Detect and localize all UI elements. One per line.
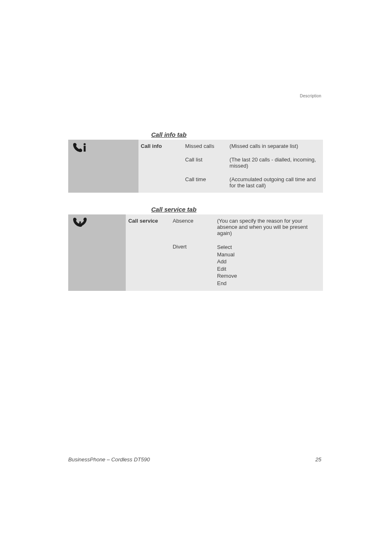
table-row: Call time (Accumulated outgoing call tim…	[138, 173, 323, 193]
divert-list: Select Manual Add Edit Remove End	[217, 244, 317, 287]
call-info-table: Call info Missed calls (Missed calls in …	[138, 140, 323, 193]
row-item: Divert	[170, 240, 214, 291]
table-row: Call list (The last 20 calls - dialled, …	[138, 153, 323, 173]
section-title-call-info: Call info tab	[151, 131, 187, 138]
table-row: Call service Absence (You can specify th…	[126, 214, 323, 240]
row-desc: (The last 20 calls - dialled, incoming, …	[227, 153, 323, 173]
list-item: Manual	[217, 251, 317, 258]
table-label: Call info	[138, 140, 183, 153]
table-row: Divert Select Manual Add Edit Remove End	[126, 240, 323, 291]
row-item: Missed calls	[183, 140, 227, 153]
list-item: Select	[217, 244, 317, 251]
list-item: End	[217, 280, 317, 287]
row-desc: (Accumulated outgoing call time and for …	[227, 173, 323, 193]
list-item: Edit	[217, 265, 317, 273]
svg-point-2	[79, 221, 81, 223]
list-item: Remove	[217, 272, 317, 280]
page: Description Call info tab Call info Miss…	[0, 0, 392, 555]
row-desc: (Missed calls in separate list)	[227, 140, 323, 153]
svg-rect-1	[84, 146, 86, 152]
header-section-label: Description	[300, 94, 321, 98]
page-number: 25	[316, 456, 321, 463]
row-item: Absence	[170, 214, 214, 240]
call-service-table: Call service Absence (You can specify th…	[126, 214, 323, 291]
call-service-block: Call service Absence (You can specify th…	[68, 214, 323, 291]
table-row: Call info Missed calls (Missed calls in …	[138, 140, 323, 153]
section-title-call-service: Call service tab	[151, 206, 196, 213]
call-info-icon-cell	[68, 140, 138, 193]
call-service-icon-cell	[68, 214, 126, 291]
svg-point-0	[83, 143, 85, 145]
call-service-icon	[72, 217, 89, 228]
list-item: Add	[217, 258, 317, 265]
call-info-icon	[72, 142, 88, 154]
table-label: Call service	[126, 214, 170, 240]
row-item: Call time	[183, 173, 227, 193]
row-desc: (You can specify the reason for your abs…	[214, 214, 323, 240]
row-item: Call list	[183, 153, 227, 173]
footer-product: BusinessPhone – Cordless DT590	[68, 456, 150, 463]
call-info-block: Call info Missed calls (Missed calls in …	[68, 140, 323, 193]
